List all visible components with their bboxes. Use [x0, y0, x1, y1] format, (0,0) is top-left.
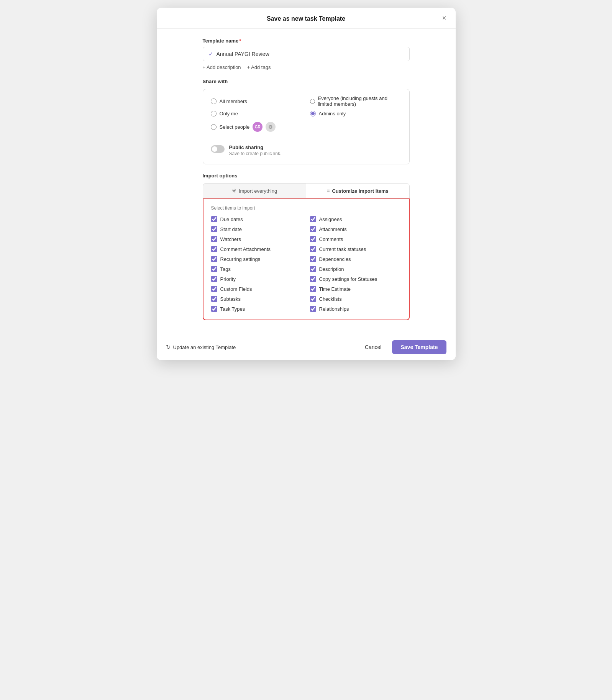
- checkbox-description[interactable]: Description: [310, 266, 401, 272]
- checkbox-current-task-statuses-input[interactable]: [310, 246, 316, 252]
- checkbox-copy-settings-statuses[interactable]: Copy settings for Statuses: [310, 276, 401, 282]
- select-people-row: Select people GR ⚙: [211, 122, 302, 132]
- checkbox-time-estimate-label: Time Estimate: [319, 286, 351, 292]
- checkbox-copy-settings-statuses-input[interactable]: [310, 276, 316, 282]
- share-options-grid: All members Everyone (including guests a…: [211, 95, 402, 132]
- radio-only-me-input[interactable]: [211, 111, 217, 116]
- import-everything-icon: ✳: [232, 188, 236, 194]
- save-template-button[interactable]: Save Template: [392, 340, 446, 354]
- divider: [211, 138, 402, 138]
- checkbox-dependencies[interactable]: Dependencies: [310, 256, 401, 262]
- checkbox-tags[interactable]: Tags: [211, 266, 302, 272]
- close-button[interactable]: ×: [441, 13, 448, 23]
- checkbox-start-date-label: Start date: [220, 226, 242, 232]
- radio-admins-only-input[interactable]: [310, 111, 316, 116]
- checkbox-recurring-settings[interactable]: Recurring settings: [211, 256, 302, 262]
- modal-footer: ↻ Update an existing Template Cancel Sav…: [157, 334, 456, 360]
- radio-admins-only[interactable]: Admins only: [310, 111, 402, 116]
- checkbox-description-input[interactable]: [310, 266, 316, 272]
- public-sharing-text: Public sharing Save to create public lin…: [229, 144, 282, 156]
- cancel-button[interactable]: Cancel: [359, 341, 388, 353]
- checkbox-comment-attachments[interactable]: Comment Attachments: [211, 246, 302, 252]
- tab-import-everything-label: Import everything: [239, 188, 277, 194]
- modal-header: Save as new task Template ×: [157, 8, 456, 29]
- update-existing-template-link[interactable]: ↻ Update an existing Template: [166, 344, 236, 351]
- checkbox-comments-input[interactable]: [310, 236, 316, 242]
- tab-customize-import[interactable]: ≡ Customize import items: [306, 184, 409, 198]
- checkbox-current-task-statuses[interactable]: Current task statuses: [310, 246, 401, 252]
- import-box-label: Select items to import: [211, 205, 401, 211]
- checkbox-due-dates-input[interactable]: [211, 216, 217, 222]
- checkbox-start-date[interactable]: Start date: [211, 226, 302, 232]
- public-sharing-subtitle: Save to create public link.: [229, 151, 282, 156]
- footer-right: Cancel Save Template: [359, 340, 446, 354]
- checkbox-assignees-input[interactable]: [310, 216, 316, 222]
- customize-import-icon: ≡: [327, 188, 330, 194]
- radio-select-people[interactable]: Select people: [211, 124, 250, 130]
- checkbox-due-dates-label: Due dates: [220, 216, 243, 222]
- checkbox-watchers-input[interactable]: [211, 236, 217, 242]
- checkbox-custom-fields-input[interactable]: [211, 286, 217, 292]
- radio-select-people-input[interactable]: [211, 124, 217, 130]
- radio-all-members[interactable]: All members: [211, 95, 302, 107]
- template-name-label: Template name*: [203, 38, 410, 44]
- add-tags-link[interactable]: + Add tags: [247, 64, 271, 70]
- checkbox-recurring-settings-input[interactable]: [211, 256, 217, 262]
- checkbox-watchers-label: Watchers: [220, 236, 241, 242]
- public-sharing-toggle[interactable]: [211, 145, 225, 153]
- checkbox-task-types-input[interactable]: [211, 306, 217, 312]
- template-name-input[interactable]: ✓ Annual PAYGI Review: [203, 47, 410, 61]
- checkbox-watchers[interactable]: Watchers: [211, 236, 302, 242]
- tab-customize-import-label: Customize import items: [332, 188, 388, 194]
- template-name-value: Annual PAYGI Review: [217, 51, 269, 57]
- radio-everyone[interactable]: Everyone (including guests and limited m…: [310, 95, 402, 107]
- checkbox-priority[interactable]: Priority: [211, 276, 302, 282]
- checkbox-assignees-label: Assignees: [319, 216, 342, 222]
- checkbox-relationships[interactable]: Relationships: [310, 306, 401, 312]
- import-options-label: Import options: [203, 173, 410, 179]
- checkbox-attachments-input[interactable]: [310, 226, 316, 232]
- checkbox-comments-label: Comments: [319, 236, 343, 242]
- checkbox-priority-label: Priority: [220, 276, 236, 282]
- radio-select-people-label: Select people: [220, 124, 250, 130]
- checkbox-subtasks-input[interactable]: [211, 296, 217, 302]
- checkbox-start-date-input[interactable]: [211, 226, 217, 232]
- checkbox-task-types[interactable]: Task Types: [211, 306, 302, 312]
- radio-admins-only-label: Admins only: [319, 111, 346, 116]
- checkbox-due-dates[interactable]: Due dates: [211, 216, 302, 222]
- checkbox-task-types-label: Task Types: [220, 306, 245, 312]
- checkbox-time-estimate[interactable]: Time Estimate: [310, 286, 401, 292]
- checkbox-grid: Due dates Assignees Start date Attachmen…: [211, 216, 401, 312]
- checkbox-dependencies-input[interactable]: [310, 256, 316, 262]
- share-with-label: Share with: [203, 79, 410, 84]
- add-description-link[interactable]: + Add description: [203, 64, 241, 70]
- update-existing-template-label: Update an existing Template: [173, 344, 236, 350]
- checkbox-custom-fields[interactable]: Custom Fields: [211, 286, 302, 292]
- checkbox-attachments[interactable]: Attachments: [310, 226, 401, 232]
- checkbox-checklists[interactable]: Checklists: [310, 296, 401, 302]
- checkbox-checklists-input[interactable]: [310, 296, 316, 302]
- checkbox-current-task-statuses-label: Current task statuses: [319, 246, 366, 252]
- radio-only-me[interactable]: Only me: [211, 111, 302, 116]
- checkbox-time-estimate-input[interactable]: [310, 286, 316, 292]
- tab-import-everything[interactable]: ✳ Import everything: [203, 184, 306, 198]
- checkbox-comment-attachments-label: Comment Attachments: [220, 246, 271, 252]
- checkbox-tags-input[interactable]: [211, 266, 217, 272]
- checkbox-checklists-label: Checklists: [319, 296, 342, 302]
- radio-all-members-input[interactable]: [211, 98, 217, 104]
- radio-everyone-input[interactable]: [310, 98, 315, 104]
- import-items-box: Select items to import Due dates Assigne…: [203, 198, 410, 320]
- checkbox-priority-input[interactable]: [211, 276, 217, 282]
- checkbox-relationships-input[interactable]: [310, 306, 316, 312]
- public-sharing-title: Public sharing: [229, 144, 282, 150]
- radio-everyone-label: Everyone (including guests and limited m…: [318, 95, 402, 107]
- public-sharing-row: Public sharing Save to create public lin…: [211, 144, 402, 156]
- checkbox-subtasks[interactable]: Subtasks: [211, 296, 302, 302]
- toggle-thumb: [212, 146, 217, 152]
- modal-title: Save as new task Template: [267, 15, 345, 22]
- checkbox-comments[interactable]: Comments: [310, 236, 401, 242]
- checkbox-comment-attachments-input[interactable]: [211, 246, 217, 252]
- modal-body: Template name* ✓ Annual PAYGI Review + A…: [157, 29, 456, 330]
- checkbox-assignees[interactable]: Assignees: [310, 216, 401, 222]
- check-icon: ✓: [208, 51, 213, 57]
